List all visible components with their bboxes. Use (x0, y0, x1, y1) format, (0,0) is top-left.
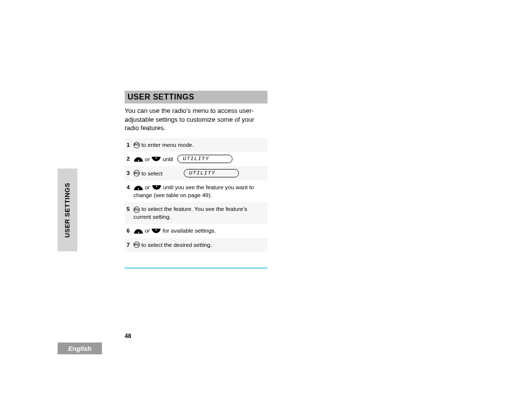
step-row: 6 or for available settings. (125, 224, 267, 238)
step-body: PO to select the feature. You see the fe… (133, 205, 266, 221)
up-dome-icon (133, 185, 143, 191)
step-row: 2 or until UTILITY (125, 152, 267, 166)
step-text-or: or (145, 155, 150, 163)
svg-point-2 (138, 188, 139, 189)
step-number: 3 (127, 169, 133, 176)
step-row: 4 or until you see the feature you want … (125, 180, 267, 202)
step-row: 5 PO to select the feature. You see the … (125, 202, 267, 224)
step-number: 5 (127, 205, 133, 212)
up-dome-icon (133, 156, 143, 162)
side-tab: USER SETTINGS (58, 169, 77, 251)
divider-line (125, 268, 267, 269)
step-text: to enter menu mode. (141, 141, 194, 149)
step-row: 7 PO to select the desired setting. (125, 238, 267, 252)
svg-point-0 (138, 160, 139, 161)
menu-key-icon: PO (133, 241, 140, 248)
step-text: to select (141, 170, 163, 177)
lcd-display: UTILITY (184, 169, 239, 177)
svg-point-4 (138, 232, 139, 233)
language-label: English (68, 345, 92, 352)
step-number: 2 (127, 155, 133, 162)
page-number: 48 (125, 333, 131, 340)
step-body: or until UTILITY (133, 155, 266, 163)
down-dome-icon (151, 228, 161, 234)
lcd-display: UTILITY (177, 155, 233, 163)
svg-point-1 (156, 157, 157, 158)
section-header-bar: USER SETTINGS (125, 91, 267, 103)
step-body: or for available settings. (133, 227, 266, 235)
steps-table: 1 PO to enter menu mode. 2 or until UTIL… (125, 138, 267, 252)
step-number: 7 (127, 241, 133, 248)
menu-key-icon: PO (133, 170, 140, 176)
section-header-text: USER SETTINGS (128, 93, 194, 102)
step-row: 3 PO to select UTILITY (125, 166, 267, 180)
down-dome-icon (152, 185, 162, 191)
step-number: 4 (127, 183, 133, 190)
language-tab: English (58, 342, 102, 354)
step-text-or: or (145, 184, 150, 190)
step-body: PO to select the desired setting. (133, 241, 266, 249)
step-number: 6 (127, 227, 133, 234)
step-body: or until you see the feature you want to… (133, 183, 266, 199)
manual-page: USER SETTINGS USER SETTINGS You can use … (58, 0, 279, 411)
menu-key-icon: PO (133, 206, 140, 213)
step-body: PO to select UTILITY (133, 169, 266, 177)
step-text: to select the feature. You see the featu… (133, 206, 247, 220)
svg-point-5 (156, 229, 157, 230)
up-dome-icon (133, 228, 143, 234)
step-text: for available settings. (163, 227, 216, 235)
step-text: to select the desired setting. (141, 241, 212, 249)
svg-point-3 (156, 186, 157, 187)
menu-key-icon: PO (133, 142, 140, 148)
down-dome-icon (151, 156, 161, 162)
step-row: 1 PO to enter menu mode. (125, 138, 267, 152)
step-text-or: or (145, 227, 150, 235)
intro-paragraph: You can use the radio's menu to access u… (125, 106, 267, 133)
step-number: 1 (127, 141, 133, 148)
side-tab-label: USER SETTINGS (64, 182, 71, 237)
step-text-until: until (163, 155, 173, 163)
step-body: PO to enter menu mode. (133, 141, 266, 149)
